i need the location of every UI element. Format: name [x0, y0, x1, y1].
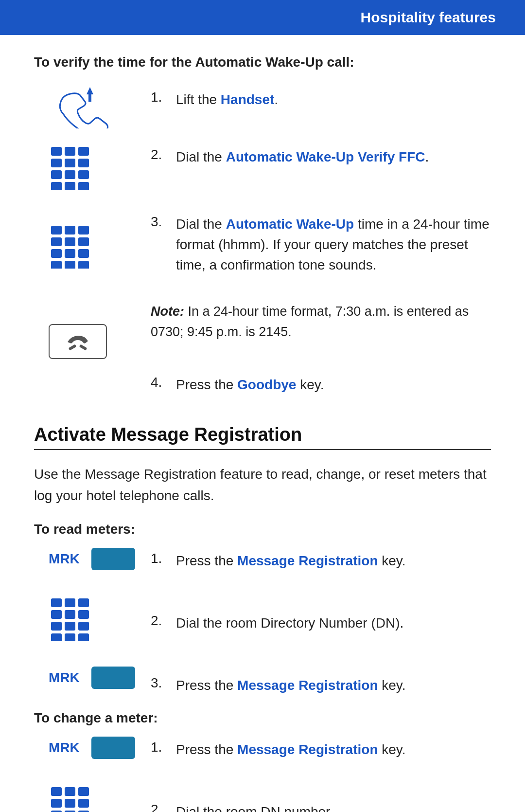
- msg-reg-link-1: Message Registration: [237, 553, 378, 568]
- svg-rect-3: [78, 147, 89, 156]
- svg-rect-35: [78, 622, 89, 631]
- svg-rect-8: [65, 170, 75, 179]
- blue-button-3: [91, 667, 135, 689]
- svg-rect-16: [51, 237, 62, 246]
- read-meters-steps-col: 1. Press the Message Registration key. 2…: [151, 548, 491, 696]
- svg-rect-34: [65, 622, 75, 631]
- keypad-icon-2: [49, 225, 97, 269]
- svg-rect-4: [51, 159, 62, 167]
- svg-rect-37: [65, 633, 75, 641]
- svg-rect-19: [51, 249, 62, 258]
- handset-icon: [49, 85, 131, 128]
- svg-rect-27: [51, 598, 62, 607]
- keypad-icon-1: [49, 146, 97, 190]
- svg-rect-9: [78, 170, 89, 179]
- mrk-label-1: MRK: [49, 551, 83, 567]
- verify-steps-col: 1. Lift the Handset. 2. Dial the Automat…: [151, 85, 491, 395]
- activate-section-description: Use the Message Registration feature to …: [34, 464, 491, 507]
- svg-rect-7: [51, 170, 62, 179]
- svg-rect-22: [51, 261, 62, 269]
- verify-step-3: 3. Dial the Automatic Wake-Up time in a …: [151, 214, 491, 275]
- svg-rect-29: [78, 598, 89, 607]
- svg-rect-33: [51, 622, 62, 631]
- svg-rect-30: [51, 610, 62, 619]
- mrk-label-3: MRK: [49, 670, 83, 686]
- verify-step-1: 1. Lift the Handset.: [151, 90, 491, 110]
- svg-rect-36: [51, 633, 62, 641]
- mrk-row-3: MRK: [49, 667, 151, 689]
- blue-button-c1: [91, 737, 135, 759]
- keypad-icon-2-wrapper: [49, 225, 151, 269]
- auto-wakeup-verify-link: Automatic Wake-Up Verify FFC: [226, 149, 425, 164]
- change-step-1: 1. Press the Message Registration key.: [151, 740, 491, 760]
- read-step-1: 1. Press the Message Registration key.: [151, 551, 491, 571]
- msg-reg-link-3: Message Registration: [237, 678, 378, 693]
- activate-section-heading: Activate Message Registration: [34, 424, 491, 445]
- goodbye-key-wrapper: [49, 323, 151, 358]
- svg-rect-14: [65, 226, 75, 235]
- svg-rect-24: [78, 261, 89, 269]
- read-keypad-1: [49, 597, 151, 641]
- change-meter-icons: MRK: [34, 737, 151, 812]
- header-title: Hospitality features: [361, 9, 496, 26]
- svg-rect-25: [69, 344, 77, 350]
- section-divider: [34, 449, 491, 450]
- svg-rect-39: [51, 787, 62, 796]
- handset-link: Handset: [221, 92, 274, 107]
- svg-rect-1: [51, 147, 62, 156]
- keypad-icon-1-wrapper: [49, 146, 151, 190]
- main-content: To verify the time for the Automatic Wak…: [0, 54, 525, 812]
- svg-rect-21: [78, 249, 89, 258]
- svg-rect-5: [65, 159, 75, 167]
- mrk-row-c1: MRK: [49, 737, 151, 759]
- svg-rect-18: [78, 237, 89, 246]
- svg-rect-28: [65, 598, 75, 607]
- svg-rect-2: [65, 147, 75, 156]
- svg-rect-32: [78, 610, 89, 619]
- svg-marker-0: [87, 87, 93, 102]
- change-keypad-icon-1: [49, 786, 97, 812]
- svg-rect-41: [78, 787, 89, 796]
- msg-reg-link-c1: Message Registration: [237, 742, 378, 757]
- change-keypad-1: [49, 786, 151, 812]
- svg-rect-38: [78, 633, 89, 641]
- svg-rect-6: [78, 159, 89, 167]
- mrk-row-1: MRK: [49, 548, 151, 570]
- svg-rect-20: [65, 249, 75, 258]
- svg-rect-31: [65, 610, 75, 619]
- svg-rect-23: [65, 261, 75, 269]
- read-meters-label: To read meters:: [34, 522, 491, 537]
- change-step-2: 2. Dial the room DN number.: [151, 802, 491, 812]
- svg-rect-13: [51, 226, 62, 235]
- header-bar: Hospitality features: [0, 0, 525, 35]
- svg-rect-40: [65, 787, 75, 796]
- blue-button-1: [91, 548, 135, 570]
- svg-rect-17: [65, 237, 75, 246]
- change-meter-steps-col: 1. Press the Message Registration key. 2…: [151, 737, 491, 812]
- verify-icons-col: [34, 85, 151, 395]
- note-block: Note: In a 24-hour time format, 7:30 a.m…: [151, 302, 491, 343]
- svg-rect-10: [51, 182, 62, 190]
- read-keypad-icon-1: [49, 597, 97, 641]
- svg-rect-12: [78, 182, 89, 190]
- goodbye-phone-icon: [64, 332, 92, 351]
- change-meter-steps: MRK: [34, 737, 491, 812]
- verify-section-label: To verify the time for the Automatic Wak…: [34, 54, 491, 70]
- read-meters-icons: MRK: [34, 548, 151, 696]
- svg-rect-43: [65, 799, 75, 808]
- handset-icon-wrapper: [49, 85, 151, 128]
- svg-rect-15: [78, 226, 89, 235]
- verify-step-2: 2. Dial the Automatic Wake-Up Verify FFC…: [151, 147, 491, 167]
- read-meters-steps: MRK: [34, 548, 491, 696]
- auto-wakeup-link: Automatic Wake-Up: [226, 217, 354, 232]
- svg-rect-44: [78, 799, 89, 808]
- change-meter-label: To change a meter:: [34, 710, 491, 726]
- read-step-2: 2. Dial the room Directory Number (DN).: [151, 613, 491, 633]
- goodbye-key-icon: [49, 324, 107, 359]
- svg-rect-11: [65, 182, 75, 190]
- svg-rect-26: [79, 344, 88, 350]
- goodbye-link: Goodbye: [237, 377, 296, 392]
- mrk-label-c1: MRK: [49, 740, 83, 756]
- svg-rect-42: [51, 799, 62, 808]
- verify-steps-section: 1. Lift the Handset. 2. Dial the Automat…: [34, 85, 491, 395]
